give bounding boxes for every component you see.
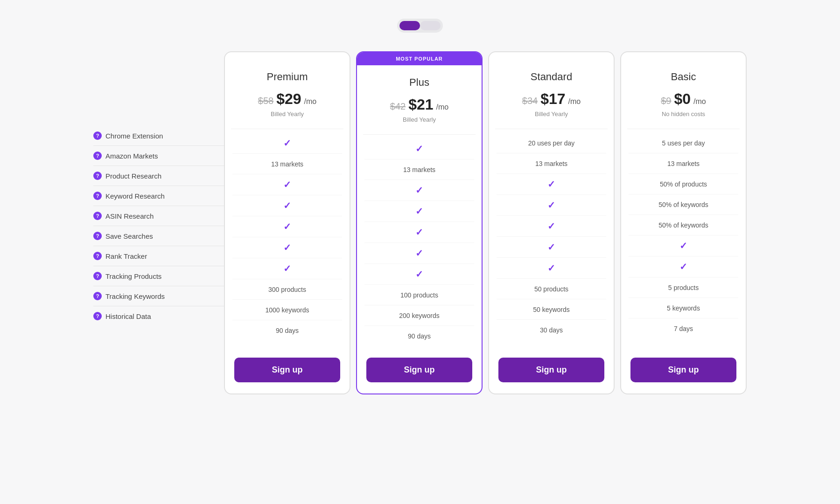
checkmark-icon: ✓	[283, 263, 291, 274]
plan-card-standard: Standard $34 $17 /mo Billed Yearly 20 us…	[488, 51, 615, 394]
help-icon: ?	[93, 232, 102, 240]
billing-note: Billed Yearly	[366, 116, 472, 123]
feature-item: ? Rank Tracker	[93, 246, 224, 266]
feature-item: ? Save Searches	[93, 226, 224, 246]
help-icon: ?	[93, 272, 102, 280]
plan-feature-row: 50 keywords	[497, 299, 606, 320]
plan-feature-row: 100 products	[364, 285, 474, 305]
help-icon: ?	[93, 131, 102, 140]
yearly-toggle-button[interactable]	[399, 21, 420, 30]
plan-name: Plus	[366, 76, 472, 89]
new-price: $21	[408, 96, 433, 113]
feature-list: ? Chrome Extension ? Amazon Markets ? Pr…	[93, 51, 224, 326]
per-mo: /mo	[693, 97, 706, 106]
checkmark-icon: ✓	[679, 240, 687, 251]
old-price: $9	[661, 96, 671, 106]
plan-feature-row: 13 markets	[629, 153, 738, 174]
help-icon: ?	[93, 152, 102, 160]
plan-feature-row: 5 keywords	[629, 298, 738, 318]
plan-feature-row: ✓	[364, 138, 474, 159]
checkmark-icon: ✓	[415, 143, 423, 154]
checkmark-icon: ✓	[415, 269, 423, 280]
plan-name: Premium	[234, 71, 340, 83]
feature-item: ? ASIN Research	[93, 206, 224, 226]
signup-button-basic[interactable]: Sign up	[630, 358, 736, 382]
monthly-toggle-button[interactable]	[420, 21, 441, 30]
help-icon: ?	[93, 172, 102, 180]
feature-item: ? Tracking Products	[93, 266, 224, 286]
plan-feature-row: 300 products	[232, 279, 342, 300]
plan-feature-row: ✓	[232, 216, 342, 237]
feature-label: Tracking Keywords	[105, 292, 165, 300]
plan-divider	[231, 129, 343, 129]
billing-toggle	[397, 19, 443, 33]
checkmark-icon: ✓	[415, 227, 423, 238]
billing-note: Billed Yearly	[498, 110, 604, 117]
plan-divider	[627, 129, 739, 129]
plan-feature-row: ✓	[232, 174, 342, 195]
plan-footer: Sign up	[489, 346, 614, 394]
plan-pricing: $58 $29 /mo	[234, 90, 340, 108]
pricing-container: ? Chrome Extension ? Amazon Markets ? Pr…	[93, 51, 747, 394]
signup-button-plus[interactable]: Sign up	[366, 358, 472, 382]
feature-label: Product Research	[105, 172, 161, 180]
plan-feature-row: ✓	[232, 195, 342, 216]
plan-feature-row: ✓	[497, 195, 606, 216]
plan-feature-row: ✓	[497, 258, 606, 279]
plan-feature-row: 13 markets	[364, 159, 474, 180]
feature-label: Keyword Research	[105, 192, 165, 200]
plan-feature-row: 90 days	[364, 326, 474, 346]
new-price: $17	[540, 90, 565, 108]
plan-footer: Sign up	[225, 346, 350, 394]
plan-name: Basic	[630, 71, 736, 83]
feature-item: ? Chrome Extension	[93, 126, 224, 146]
plan-feature-row: 30 days	[497, 320, 606, 340]
checkmark-icon: ✓	[679, 261, 687, 272]
plan-footer: Sign up	[357, 346, 482, 394]
help-icon: ?	[93, 192, 102, 200]
plan-header: Premium $58 $29 /mo Billed Yearly	[225, 52, 350, 125]
old-price: $42	[390, 101, 406, 112]
checkmark-icon: ✓	[283, 221, 291, 232]
plan-feature-row: ✓	[629, 256, 738, 277]
help-icon: ?	[93, 292, 102, 300]
plan-feature-row: 90 days	[232, 320, 342, 341]
plan-feature-row: ✓	[364, 264, 474, 285]
plan-features: 5 uses per day13 markets50% of products5…	[621, 133, 746, 346]
plan-feature-row: 50% of keywords	[629, 215, 738, 235]
checkmark-icon: ✓	[283, 138, 291, 149]
plan-feature-row: 50 products	[497, 279, 606, 299]
plan-feature-row: 1000 keywords	[232, 300, 342, 320]
per-mo: /mo	[436, 103, 449, 111]
feature-label: Rank Tracker	[105, 252, 147, 260]
billing-note: No hidden costs	[630, 110, 736, 117]
per-mo: /mo	[304, 97, 317, 106]
feature-label: Chrome Extension	[105, 132, 163, 140]
plan-feature-row: ✓	[232, 258, 342, 279]
plan-divider	[363, 134, 475, 135]
new-price: $29	[276, 90, 301, 108]
plan-feature-row: 50% of keywords	[629, 194, 738, 215]
feature-item: ? Product Research	[93, 166, 224, 186]
plan-header: Plus $42 $21 /mo Billed Yearly	[357, 65, 482, 131]
per-mo: /mo	[568, 97, 581, 106]
signup-button-premium[interactable]: Sign up	[234, 358, 340, 382]
checkmark-icon: ✓	[547, 262, 555, 274]
plan-feature-row: 13 markets	[497, 153, 606, 174]
checkmark-icon: ✓	[283, 200, 291, 211]
plan-header: Basic $9 $0 /mo No hidden costs	[621, 52, 746, 125]
help-icon: ?	[93, 212, 102, 220]
plan-feature-row: 200 keywords	[364, 305, 474, 326]
plan-divider	[495, 129, 607, 129]
plan-card-plus: MOST POPULAR Plus $42 $21 /mo Billed Yea…	[356, 51, 483, 394]
plan-features: 20 uses per day13 markets✓✓✓✓✓50 product…	[489, 133, 614, 346]
plan-pricing: $42 $21 /mo	[366, 96, 472, 113]
feature-item: ? Historical Data	[93, 306, 224, 326]
feature-label: Historical Data	[105, 312, 151, 320]
plan-feature-row: ✓	[497, 174, 606, 195]
plan-feature-row: 5 products	[629, 277, 738, 298]
signup-button-standard[interactable]: Sign up	[498, 358, 604, 382]
plan-feature-row: ✓	[497, 237, 606, 258]
plan-features: ✓13 markets✓✓✓✓✓300 products1000 keyword…	[225, 133, 350, 346]
plan-feature-row: 50% of products	[629, 174, 738, 194]
